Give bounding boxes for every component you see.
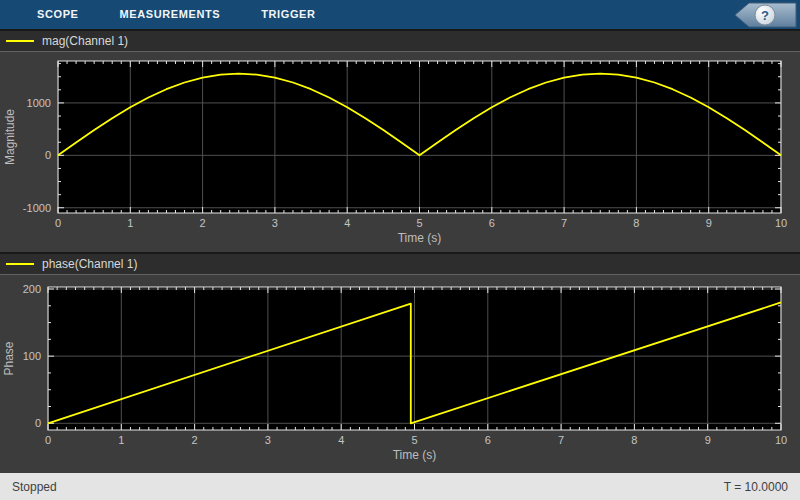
phase-legend-line-sample	[6, 263, 34, 265]
simulation-time: T = 10.0000	[724, 480, 788, 494]
x-tick-label: 5	[411, 434, 417, 446]
mag-legend-label: mag(Channel 1)	[42, 34, 128, 48]
status-text: Stopped	[12, 480, 57, 494]
x-tick-label: 5	[416, 217, 422, 229]
y-axis-label: Magnitude	[3, 109, 17, 165]
x-tick-label: 1	[118, 434, 124, 446]
y-tick-label: 200	[23, 283, 41, 295]
y-tick-label: -1000	[23, 202, 51, 214]
x-axis-label: Time (s)	[393, 448, 437, 462]
question-mark-icon: ?	[761, 7, 769, 22]
phase-plot-panel: 0123456789100100200Time (s)Phase	[0, 275, 800, 473]
y-tick-label: 1000	[27, 97, 51, 109]
x-tick-label: 8	[633, 217, 639, 229]
x-tick-label: 7	[561, 217, 567, 229]
magnitude-plot-panel: 012345678910-100001000Time (s)Magnitude	[0, 52, 800, 252]
x-tick-label: 10	[775, 217, 787, 229]
x-tick-label: 8	[631, 434, 637, 446]
x-tick-label: 9	[706, 217, 712, 229]
y-tick-label: 0	[35, 417, 41, 429]
magnitude-plot[interactable]: 012345678910-100001000Time (s)Magnitude	[0, 52, 800, 252]
y-tick-label: 100	[23, 350, 41, 362]
help-button[interactable]: ?	[755, 5, 775, 25]
x-tick-label: 0	[45, 434, 51, 446]
x-tick-label: 2	[200, 217, 206, 229]
toolstrip: SCOPE MEASUREMENTS TRIGGER ?	[0, 0, 800, 29]
legend-phase[interactable]: phase(Channel 1)	[0, 252, 800, 275]
y-tick-label: 0	[45, 149, 51, 161]
status-bar: Stopped T = 10.0000	[0, 473, 800, 500]
x-tick-label: 4	[338, 434, 344, 446]
x-tick-label: 6	[489, 217, 495, 229]
help-chevron: ?	[733, 2, 797, 28]
x-tick-label: 9	[705, 434, 711, 446]
tab-trigger[interactable]: TRIGGER	[261, 0, 315, 29]
tab-scope[interactable]: SCOPE	[37, 0, 79, 29]
x-tick-label: 6	[485, 434, 491, 446]
phase-legend-label: phase(Channel 1)	[42, 257, 137, 271]
toolbar-right-group: ?	[733, 2, 797, 28]
toolstrip-tabs: SCOPE MEASUREMENTS TRIGGER	[0, 0, 316, 29]
mag-legend-line-sample	[6, 40, 34, 42]
x-tick-label: 10	[775, 434, 787, 446]
y-axis-label: Phase	[2, 341, 16, 375]
x-tick-label: 4	[344, 217, 350, 229]
x-tick-label: 0	[55, 217, 61, 229]
legend-mag[interactable]: mag(Channel 1)	[0, 29, 800, 52]
phase-plot[interactable]: 0123456789100100200Time (s)Phase	[0, 275, 800, 473]
x-tick-label: 3	[272, 217, 278, 229]
x-tick-label: 3	[265, 434, 271, 446]
x-tick-label: 2	[192, 434, 198, 446]
x-tick-label: 1	[127, 217, 133, 229]
x-tick-label: 7	[558, 434, 564, 446]
x-axis-label: Time (s)	[398, 231, 442, 245]
tab-measurements[interactable]: MEASUREMENTS	[120, 0, 221, 29]
